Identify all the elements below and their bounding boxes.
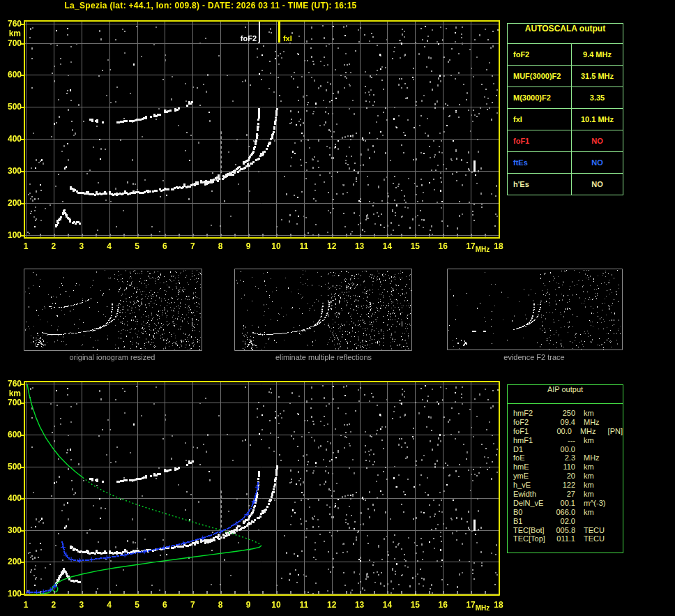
table-row: B0066.0km — [513, 508, 623, 517]
panel-caption-original: original ionogram resized — [70, 353, 156, 361]
metric-unit: MHz — [580, 427, 607, 436]
metric-label: foF1 — [508, 130, 572, 151]
metric-value: 005.8 — [552, 526, 575, 535]
table-row: h_vE122km — [513, 481, 623, 490]
metric-label: h'Es — [508, 174, 572, 195]
metric-unit: m^(-3) — [584, 499, 612, 508]
table-row: DelN_vE00.1m^(-3) — [513, 499, 623, 508]
metric-value: 31.5 MHz — [572, 66, 623, 87]
table-row: hmF2250km — [513, 409, 623, 418]
metric-label: B1 — [513, 517, 552, 526]
table-row: MUF(3000)F231.5 MHz — [508, 66, 623, 87]
metric-value: 110 — [552, 463, 575, 472]
metric-value: 250 — [552, 409, 575, 418]
metric-value: 2.3 — [552, 453, 575, 463]
metric-value: 00.1 — [552, 499, 575, 508]
metric-unit — [584, 517, 612, 526]
table-row: ymE20km — [513, 472, 623, 481]
aip-table-title: AIP output — [508, 385, 623, 404]
station-title: La_Spezia (lat: +44.1, lon: 009.8) - DAT… — [0, 1, 421, 10]
table-row: D100.0 — [513, 445, 623, 454]
autoscala-output-table: AUTOSCALA output foF29.4 MHzMUF(3000)F23… — [507, 23, 623, 195]
metric-value: 122 — [552, 481, 575, 490]
metric-unit — [584, 445, 612, 454]
metric-label: foF2 — [508, 44, 572, 65]
table-row: h'EsNO — [508, 174, 623, 195]
metric-value: 9.4 MHz — [572, 44, 623, 65]
metric-label: TEC[Top] — [513, 534, 552, 543]
table-row: fxI10.1 MHz — [508, 109, 623, 130]
metric-label: hmF1 — [513, 436, 552, 445]
metric-value: 10.1 MHz — [572, 109, 623, 130]
metric-value: 066.0 — [552, 508, 575, 517]
table-row: hmF1---km — [513, 436, 623, 445]
metric-unit: MHz — [584, 453, 612, 463]
metric-unit: km — [584, 490, 612, 499]
metric-value: 011.1 — [552, 534, 575, 543]
table-row: foF1NO — [508, 130, 623, 152]
autoscala-table-title: AUTOSCALA output — [508, 24, 623, 44]
metric-value: 09.4 — [552, 418, 575, 427]
metric-label: fxI — [508, 109, 572, 130]
table-row: B102.0 — [513, 517, 623, 526]
metric-label: MUF(3000)F2 — [508, 66, 572, 87]
metric-unit: km — [584, 481, 612, 490]
metric-unit: km — [584, 409, 612, 418]
metric-unit: km — [584, 463, 612, 472]
aip-output-table: AIP output hmF2250kmfoF209.4MHzfoF100.0M… — [507, 384, 623, 553]
table-row: M(3000)F23.35 — [508, 87, 623, 109]
metric-label: B0 — [513, 508, 552, 517]
table-row: foF29.4 MHz — [508, 44, 623, 66]
metric-unit: MHz — [584, 418, 612, 427]
metric-note: [PN] — [608, 427, 623, 436]
metric-label: ymE — [513, 472, 552, 481]
metric-unit: km — [584, 508, 612, 517]
metric-value: 00.0 — [550, 427, 572, 436]
table-row: foF100.0MHz[PN] — [513, 427, 623, 436]
metric-value: 3.35 — [572, 87, 623, 108]
aip-rows: hmF2250kmfoF209.4MHzfoF100.0MHz[PN]hmF1-… — [508, 404, 623, 543]
table-row: foF209.4MHz — [513, 418, 623, 427]
autoscala-rows: foF29.4 MHzMUF(3000)F231.5 MHzM(3000)F23… — [508, 44, 623, 195]
metric-value: 20 — [552, 472, 575, 481]
metric-value: NO — [572, 130, 623, 151]
metric-label: Ewidth — [513, 490, 552, 499]
metric-label: h_vE — [513, 481, 552, 490]
metric-value: --- — [552, 436, 575, 445]
metric-label: DelN_vE — [513, 499, 552, 508]
metric-label: ftEs — [508, 152, 572, 173]
metric-unit: km — [584, 472, 612, 481]
metric-label: D1 — [513, 445, 552, 454]
metric-label: foE — [513, 453, 552, 463]
metric-value: NO — [572, 174, 623, 195]
table-row: Ewidth27km — [513, 490, 623, 499]
metric-label: hmE — [513, 463, 552, 472]
table-row: TEC[Bot]005.8TECU — [513, 526, 623, 535]
panel-caption-eliminate: eliminate multiple reflections — [275, 353, 372, 361]
table-row: ftEsNO — [508, 152, 623, 174]
metric-label: M(3000)F2 — [508, 87, 572, 108]
metric-unit: TECU — [584, 534, 612, 543]
metric-value: NO — [572, 152, 623, 173]
panel-caption-evidence: evidence F2 trace — [503, 353, 564, 361]
metric-unit: TECU — [584, 526, 612, 535]
metric-label: TEC[Bot] — [513, 526, 552, 535]
metric-label: foF1 — [513, 427, 550, 436]
metric-unit: km — [584, 436, 612, 445]
metric-value: 27 — [552, 490, 575, 499]
autoscala-window: La_Spezia (lat: +44.1, lon: 009.8) - DAT… — [0, 0, 675, 616]
table-row: foE2.3MHz — [513, 453, 623, 463]
table-row: TEC[Top]011.1TECU — [513, 534, 623, 543]
metric-label: foF2 — [513, 418, 552, 427]
metric-label: hmF2 — [513, 409, 552, 418]
metric-value: 00.0 — [552, 445, 575, 454]
metric-value: 02.0 — [552, 517, 575, 526]
table-row: hmE110km — [513, 463, 623, 472]
